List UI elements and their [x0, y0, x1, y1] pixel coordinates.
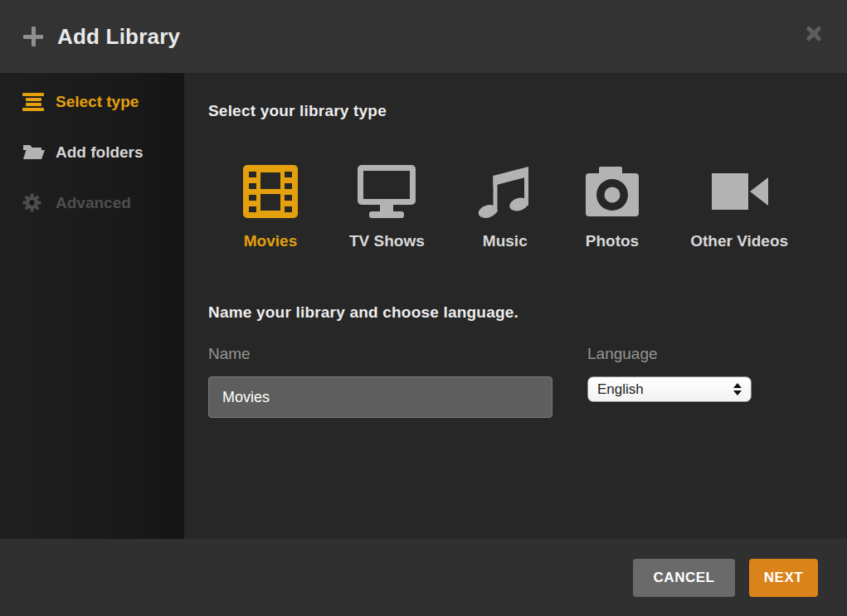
sidebar-item-label: Advanced [56, 194, 131, 212]
tv-icon [358, 164, 416, 219]
name-language-heading: Name your library and choose language. [208, 303, 847, 322]
select-stepper-icon [733, 383, 742, 395]
language-select[interactable]: English [587, 376, 752, 402]
type-option-photos[interactable]: Photos [586, 164, 639, 250]
name-language-form: Name Language English [208, 345, 847, 418]
language-label: Language [587, 345, 753, 363]
cancel-button[interactable]: CANCEL [633, 559, 735, 597]
type-option-label: Music [483, 232, 528, 250]
dialog-header: Add Library [0, 0, 847, 73]
type-option-music[interactable]: Music [476, 164, 534, 250]
next-button[interactable]: NEXT [749, 559, 818, 597]
type-option-other-videos[interactable]: Other Videos [690, 164, 788, 250]
video-camera-icon [710, 164, 768, 219]
library-name-input[interactable] [208, 376, 552, 418]
sidebar-item-select-type[interactable]: Select type [0, 76, 184, 127]
sidebar-item-add-folders[interactable]: Add folders [0, 127, 184, 177]
library-type-heading: Select your library type [208, 102, 847, 120]
type-option-label: Photos [586, 232, 639, 250]
type-list-icon [22, 92, 45, 112]
type-option-tv-shows[interactable]: TV Shows [349, 164, 425, 250]
library-type-row: Movies TV Shows [243, 164, 847, 250]
plus-icon [23, 27, 43, 46]
type-option-label: Movies [244, 232, 297, 250]
close-icon [806, 25, 822, 41]
dialog-body: Select your library type [184, 73, 847, 539]
film-icon [243, 164, 298, 219]
type-option-label: Other Videos [690, 232, 788, 250]
dialog-title: Add Library [57, 24, 180, 50]
sidebar-item-advanced[interactable]: Advanced [0, 177, 184, 228]
dialog-footer: CANCEL NEXT [0, 539, 847, 616]
steps-sidebar: Select type Add folders Advanced [0, 73, 184, 539]
close-button[interactable] [802, 22, 825, 45]
music-note-icon [476, 164, 534, 219]
name-label: Name [208, 345, 552, 363]
sidebar-item-label: Select type [56, 93, 139, 111]
gear-icon [22, 193, 45, 213]
type-option-label: TV Shows [349, 232, 425, 250]
camera-icon [586, 164, 639, 219]
folder-icon [22, 143, 45, 162]
language-selected-value: English [597, 381, 644, 398]
type-option-movies[interactable]: Movies [243, 164, 298, 250]
sidebar-item-label: Add folders [56, 143, 144, 162]
